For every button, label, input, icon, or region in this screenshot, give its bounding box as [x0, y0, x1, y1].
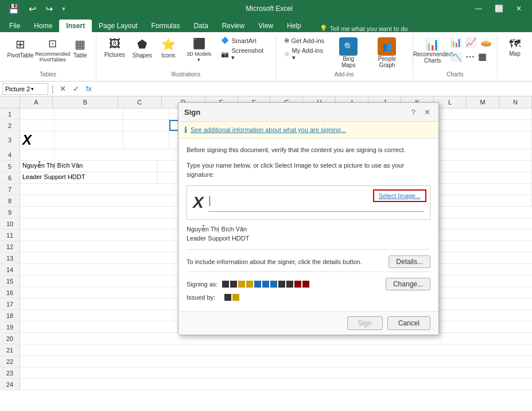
select-image-btn[interactable]: Select Image...: [373, 189, 426, 202]
pictures-icon: 🖼: [109, 37, 121, 51]
row-num-15: 15: [0, 276, 20, 286]
row-num-17: 17: [0, 298, 20, 309]
col-header-b[interactable]: B: [53, 96, 118, 108]
bar-chart-btn[interactable]: 📊: [449, 36, 463, 49]
cell-b3[interactable]: [55, 131, 123, 149]
dialog-info-bar: ℹ See additional information about what …: [178, 122, 438, 138]
col-header-c[interactable]: C: [118, 96, 162, 108]
dialog-body: Before signing this document, verify tha…: [178, 138, 438, 311]
ribbon-group-charts: 📊 Recommended Charts 📊 📈 🥧 📉 ⋯ ▦ Charts: [413, 34, 498, 79]
cell-b1[interactable]: [55, 108, 123, 119]
cell-a2[interactable]: [20, 120, 55, 131]
my-addins-btn[interactable]: ☆ My Add-ins ▾: [281, 46, 331, 63]
cert-block: [238, 281, 245, 288]
cell-c3[interactable]: [123, 131, 169, 149]
tab-insert[interactable]: Insert: [59, 20, 92, 32]
title-bar-controls[interactable]: 💾 ↩ ↪ ▾: [5, 2, 69, 15]
tab-review[interactable]: Review: [215, 20, 251, 32]
cancel-edit-btn[interactable]: ✕: [57, 84, 68, 93]
icons-btn[interactable]: ⭐ Icons: [156, 36, 180, 60]
tables-items: ⊞ PivotTable ⊡ Recommended PivotTables ▦…: [4, 36, 92, 70]
tab-help[interactable]: Help: [280, 20, 308, 32]
cell-a6[interactable]: Leader Support HDDT: [20, 172, 158, 183]
quick-access-more[interactable]: ▾: [59, 4, 69, 14]
cell-22[interactable]: [20, 356, 532, 367]
area-chart-btn[interactable]: 📉: [449, 50, 463, 63]
bing-maps-btn[interactable]: 🔍 Bing Maps: [332, 36, 365, 70]
details-section: To include information about the signer,…: [187, 249, 430, 268]
pie-chart-btn[interactable]: 🥧: [479, 36, 493, 49]
get-addins-btn[interactable]: ⊕ Get Add-ins: [281, 36, 331, 45]
shapes-label: Shapes: [133, 52, 152, 59]
shapes-btn[interactable]: ⬟ Shapes: [129, 36, 155, 60]
screenshot-icon: 📷: [221, 51, 229, 58]
details-btn[interactable]: Details...: [389, 255, 430, 268]
maximize-btn[interactable]: ⬜: [489, 3, 509, 14]
cell-a3[interactable]: X: [20, 131, 55, 149]
dialog-help-btn[interactable]: ?: [407, 106, 419, 118]
screenshot-btn[interactable]: 📷 Screenshot ▾: [218, 46, 270, 63]
more-charts-btn[interactable]: ▦: [477, 50, 488, 63]
tables-label: Tables: [40, 70, 56, 77]
cell-b2[interactable]: [55, 120, 123, 131]
save-icon[interactable]: 💾: [5, 2, 23, 15]
signature-area[interactable]: X Select Image...: [187, 185, 430, 220]
cell-c2[interactable]: [123, 120, 169, 131]
table-row: 21: [0, 344, 532, 356]
undo-icon[interactable]: ↩: [25, 2, 40, 15]
pivot-table-btn[interactable]: ⊞ PivotTable: [4, 36, 37, 60]
close-btn[interactable]: ✕: [510, 3, 527, 14]
get-addins-label: Get Add-ins: [292, 37, 324, 44]
col-header-n[interactable]: N: [499, 96, 532, 108]
confirm-edit-btn[interactable]: ✓: [71, 84, 81, 93]
tell-me-input[interactable]: Tell me what you want to do: [330, 25, 408, 32]
ribbon-group-map: 🗺 Map: [498, 34, 532, 79]
smartart-btn[interactable]: 🔷 SmartArt: [218, 36, 270, 45]
formula-input[interactable]: [96, 86, 530, 92]
cell-a5[interactable]: Nguyễn Thị Bích Vân: [20, 161, 158, 172]
tab-view[interactable]: View: [251, 20, 280, 32]
signing-section: Signing as: Change...: [187, 272, 430, 301]
cert-block: [222, 281, 229, 288]
cancel-btn[interactable]: Cancel: [387, 316, 430, 330]
dialog-controls[interactable]: ? ✕: [407, 106, 433, 118]
cell-c1[interactable]: [123, 108, 169, 119]
line-chart-btn[interactable]: 📈: [464, 36, 478, 49]
function-btn[interactable]: fx: [84, 84, 94, 93]
minimize-btn[interactable]: —: [469, 3, 488, 14]
cert-block: [278, 281, 285, 288]
cell-23[interactable]: [20, 367, 532, 378]
col-header-m[interactable]: M: [467, 96, 499, 108]
tab-home[interactable]: Home: [27, 20, 59, 32]
redo-icon[interactable]: ↪: [42, 2, 56, 15]
sign-btn[interactable]: Sign: [347, 316, 383, 330]
recommended-charts-btn[interactable]: 📊 Recommended Charts: [417, 36, 448, 65]
people-graph-btn[interactable]: 👥 People Graph: [366, 36, 407, 70]
col-header-a[interactable]: A: [20, 96, 53, 108]
cert-block-issued: [224, 294, 231, 301]
3d-models-btn[interactable]: ⬛ 3D Models ▾: [181, 36, 216, 64]
recommended-charts-label: Recommended Charts: [413, 51, 452, 64]
tab-file[interactable]: File: [2, 20, 27, 32]
scatter-chart-btn[interactable]: ⋯: [464, 50, 476, 63]
window-controls[interactable]: — ⬜ ✕: [469, 3, 527, 14]
issued-by-row: Issued by:: [187, 294, 430, 301]
cell-a1[interactable]: [20, 108, 55, 119]
tab-formulas[interactable]: Formulas: [144, 20, 187, 32]
pictures-btn[interactable]: 🖼 Pictures: [101, 36, 128, 60]
recommended-pivot-btn[interactable]: ⊡ Recommended PivotTables: [38, 36, 67, 64]
tab-data[interactable]: Data: [187, 20, 215, 32]
cell-24[interactable]: [20, 379, 532, 390]
dialog-close-btn[interactable]: ✕: [421, 106, 433, 118]
info-link[interactable]: See additional information about what yo…: [191, 126, 346, 133]
map-btn[interactable]: 🗺 Map: [503, 36, 527, 59]
map-items: 🗺 Map: [503, 36, 527, 76]
row-num-4: 4: [0, 149, 20, 160]
name-box[interactable]: Picture 2 ▾: [2, 83, 48, 95]
name-box-arrow[interactable]: ▾: [31, 86, 34, 92]
change-btn[interactable]: Change...: [386, 278, 430, 290]
tab-page-layout[interactable]: Page Layout: [92, 20, 144, 32]
cell-21[interactable]: [20, 344, 532, 355]
cell-a4[interactable]: [20, 149, 55, 160]
table-btn[interactable]: ▦ Table: [68, 36, 92, 60]
